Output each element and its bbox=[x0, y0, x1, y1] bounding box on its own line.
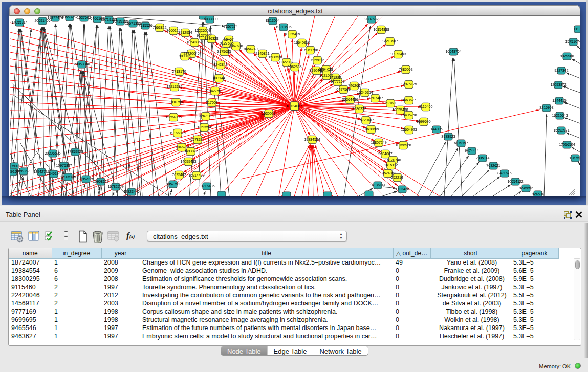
svg-text:3493822: 3493822 bbox=[184, 149, 198, 153]
svg-text:19377476: 19377476 bbox=[47, 16, 63, 19]
svg-text:9684067: 9684067 bbox=[378, 152, 392, 156]
svg-text:15692971: 15692971 bbox=[553, 128, 569, 132]
svg-text:746266: 746266 bbox=[348, 84, 360, 87]
svg-text:10654122: 10654122 bbox=[507, 180, 523, 183]
svg-text:20364436: 20364436 bbox=[342, 98, 358, 101]
svg-text:8215958: 8215958 bbox=[539, 106, 553, 110]
svg-text:1345194: 1345194 bbox=[47, 172, 60, 176]
svg-text:15495758: 15495758 bbox=[401, 113, 417, 117]
svg-text:17016504: 17016504 bbox=[559, 143, 575, 146]
svg-text:17046766: 17046766 bbox=[173, 145, 189, 149]
svg-text:11174: 11174 bbox=[574, 27, 580, 31]
svg-text:8813054: 8813054 bbox=[266, 19, 279, 23]
svg-text:10688609: 10688609 bbox=[363, 127, 379, 131]
svg-text:1530023: 1530023 bbox=[262, 112, 275, 115]
svg-text:3175685: 3175685 bbox=[217, 50, 231, 53]
svg-text:3267110: 3267110 bbox=[199, 114, 213, 118]
svg-text:8471676: 8471676 bbox=[497, 171, 511, 175]
svg-text:1362635: 1362635 bbox=[288, 65, 301, 69]
svg-text:19166825: 19166825 bbox=[169, 131, 185, 135]
svg-text:1733426: 1733426 bbox=[395, 187, 409, 191]
svg-text:7663822: 7663822 bbox=[153, 26, 166, 29]
svg-text:16961758: 16961758 bbox=[302, 48, 318, 52]
svg-text:10973493: 10973493 bbox=[390, 52, 406, 56]
svg-text:7632621: 7632621 bbox=[486, 164, 500, 167]
svg-text:11568629: 11568629 bbox=[16, 169, 32, 173]
svg-text:217008: 217008 bbox=[206, 101, 217, 104]
svg-text:10025438: 10025438 bbox=[392, 108, 408, 112]
svg-text:19384554: 19384554 bbox=[304, 138, 320, 141]
svg-text:7955812: 7955812 bbox=[310, 58, 324, 62]
svg-text:1615112: 1615112 bbox=[384, 163, 398, 167]
svg-text:12823446: 12823446 bbox=[123, 190, 139, 193]
svg-text:803144: 803144 bbox=[213, 76, 225, 80]
svg-text:12905135: 12905135 bbox=[60, 175, 76, 179]
svg-text:12093872: 12093872 bbox=[550, 83, 566, 86]
svg-text:2718170: 2718170 bbox=[172, 70, 186, 73]
svg-text:9777169: 9777169 bbox=[331, 80, 344, 83]
svg-text:3912954: 3912954 bbox=[178, 31, 192, 34]
svg-text:10507487: 10507487 bbox=[367, 96, 383, 100]
svg-text:144095: 144095 bbox=[430, 127, 442, 131]
svg-text:12213967: 12213967 bbox=[382, 39, 398, 43]
svg-text:17957225: 17957225 bbox=[78, 177, 94, 181]
svg-text:6879197: 6879197 bbox=[454, 141, 468, 145]
svg-text:13524851: 13524851 bbox=[380, 171, 396, 175]
svg-text:8454749: 8454749 bbox=[244, 47, 257, 51]
svg-text:62160: 62160 bbox=[385, 101, 396, 105]
svg-text:15751074: 15751074 bbox=[565, 40, 580, 43]
svg-text:16914479: 16914479 bbox=[188, 173, 204, 177]
svg-text:13716485: 13716485 bbox=[199, 184, 214, 188]
svg-text:20206526: 20206526 bbox=[45, 151, 60, 155]
svg-text:2367608: 2367608 bbox=[229, 44, 243, 48]
svg-text:126753: 126753 bbox=[569, 156, 580, 160]
svg-text:9857791: 9857791 bbox=[166, 182, 180, 186]
svg-text:17359928: 17359928 bbox=[67, 150, 83, 154]
svg-text:7986322: 7986322 bbox=[352, 107, 366, 111]
svg-text:942755: 942755 bbox=[209, 89, 221, 93]
svg-text:20053346: 20053346 bbox=[74, 62, 90, 66]
svg-text:9245652: 9245652 bbox=[519, 186, 533, 190]
svg-text:16154838: 16154838 bbox=[373, 28, 389, 31]
svg-text:19654985: 19654985 bbox=[165, 115, 181, 119]
svg-text:1588520: 1588520 bbox=[268, 55, 282, 59]
svg-text:18807249: 18807249 bbox=[371, 141, 386, 144]
svg-text:935001: 935001 bbox=[10, 164, 20, 168]
svg-text:5578334: 5578334 bbox=[190, 138, 204, 141]
svg-text:16648764: 16648764 bbox=[445, 50, 461, 53]
svg-text:6794028: 6794028 bbox=[319, 68, 333, 71]
svg-text:14136141: 14136141 bbox=[369, 183, 385, 187]
svg-text:8938923: 8938923 bbox=[441, 135, 455, 138]
svg-text:141222: 141222 bbox=[329, 76, 341, 79]
svg-text:10543362: 10543362 bbox=[186, 40, 202, 44]
svg-text:9329966: 9329966 bbox=[560, 54, 574, 58]
svg-text:20691406: 20691406 bbox=[34, 19, 50, 23]
svg-text:15720407: 15720407 bbox=[358, 118, 374, 122]
svg-text:16782759: 16782759 bbox=[107, 185, 123, 188]
svg-text:7485063: 7485063 bbox=[399, 68, 412, 71]
svg-text:9699695: 9699695 bbox=[417, 120, 430, 123]
svg-text:924504: 924504 bbox=[532, 192, 543, 196]
svg-text:9115460: 9115460 bbox=[419, 105, 433, 108]
svg-text:252214: 252214 bbox=[391, 176, 403, 179]
svg-text:1810755: 1810755 bbox=[169, 100, 183, 104]
svg-text:10975887: 10975887 bbox=[56, 164, 72, 167]
svg-text:1353594: 1353594 bbox=[197, 125, 211, 129]
svg-text:9146821: 9146821 bbox=[255, 52, 269, 55]
svg-text:8322037: 8322037 bbox=[279, 60, 293, 64]
svg-text:2242848: 2242848 bbox=[213, 63, 227, 67]
svg-text:12213382: 12213382 bbox=[166, 85, 182, 89]
svg-text:7625402: 7625402 bbox=[172, 173, 186, 177]
svg-text:18325419: 18325419 bbox=[284, 32, 300, 36]
svg-text:16210643: 16210643 bbox=[552, 114, 568, 117]
svg-text:10958127: 10958127 bbox=[93, 180, 108, 183]
svg-text:16245354: 16245354 bbox=[357, 91, 373, 94]
svg-text:19218506: 19218506 bbox=[275, 25, 291, 29]
svg-text:13226058: 13226058 bbox=[194, 29, 210, 32]
svg-text:9227342: 9227342 bbox=[554, 69, 568, 72]
svg-text:9463627: 9463627 bbox=[402, 98, 416, 102]
svg-text:14055714: 14055714 bbox=[11, 20, 27, 24]
svg-text:2935114: 2935114 bbox=[476, 156, 490, 160]
svg-text:2087682: 2087682 bbox=[364, 17, 378, 21]
svg-text:9474444: 9474444 bbox=[465, 149, 478, 152]
